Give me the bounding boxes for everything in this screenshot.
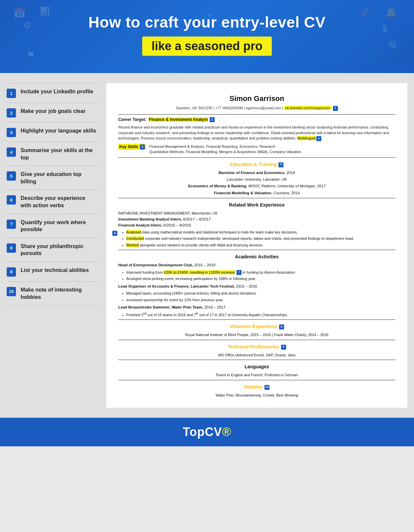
cv-divider-6 [118, 340, 395, 340]
cv-education-badge: 5 [278, 162, 283, 167]
tip-item-5: 5 Give your education top billing [7, 166, 100, 190]
deco-calendar-icon: 📅 [13, 7, 26, 18]
cv-academic-bullet-4: Increased sponsorship for event by 12% f… [126, 297, 395, 303]
cv-divider-8 [118, 380, 395, 380]
tip-item-9: 9 List your technical abilities [7, 262, 100, 282]
tip-number-7: 7 [7, 220, 16, 229]
tip-text-8: Share your philanthropic pursuits [21, 243, 96, 257]
cv-tech-badge: 9 [281, 345, 286, 350]
cv-highlight-funding: £20K to £240K, resulting in 1100% increa… [164, 270, 235, 274]
cv-work-role-2: Financial Analyst Intern, 6/2016 – 8/201… [118, 222, 395, 228]
cv-volunteer-title: Volunteer Experience 8 [118, 323, 395, 330]
cv-career-target-value: Finance & Investment Analyst [149, 117, 208, 122]
cv-key-skills-value: Financial Management & Analysis, Financi… [149, 144, 301, 155]
tip-number-2: 2 [7, 108, 16, 118]
cv-education-title: Education & Training 5 [118, 161, 395, 168]
deco-plus-icon: + [207, 10, 212, 21]
tip-text-3: Highlight your language skills [21, 127, 96, 134]
cv-academic-bullet-1: Improved funding from £20K to £240K, res… [126, 270, 395, 275]
tip-number-9: 9 [7, 267, 16, 277]
tip-number-6: 6 [7, 195, 16, 205]
cv-summary-text: Recent finance and economics graduate wi… [118, 125, 389, 140]
deco-rocket-icon: 🚀 [361, 7, 371, 16]
deco-chart-icon: 📊 [40, 7, 50, 16]
cv-divider-3 [118, 198, 395, 198]
cv-academic-entry-1-bullets: Improved funding from £20K to £240K, res… [126, 270, 395, 282]
cv-volunteer-badge: 8 [279, 324, 284, 329]
tip-item-6: 6 Describe your experience with action v… [7, 190, 100, 214]
cv-career-target-label: Career Target: [118, 117, 147, 122]
cv-edu-2: Lancaster University, Lancaster, UK [118, 177, 395, 182]
cv-contact: Swindon, UK SN11DR | +77 9566204288 | sg… [118, 105, 395, 111]
cv-key-skills-row: Key Skills 4 Financial Management & Anal… [118, 144, 395, 155]
cv-name: Simon Garrison [118, 93, 395, 104]
cv-funding-badge: 7 [237, 270, 242, 275]
cv-academic-entry-3-title: Lead Breaststroke Swimmer, Water Polo Te… [118, 305, 395, 310]
tip-text-9: List your technical abilities [21, 267, 89, 274]
footer: TopCV® [0, 418, 414, 446]
cv-tech-text: MS Office (Advanced Excel), SAP, Oracle,… [118, 352, 395, 358]
cv-multilingual: Multilingual [297, 136, 316, 140]
cv-linkedin-badge: 1 [333, 106, 338, 111]
cv-career-target-badge: 2 [210, 117, 215, 122]
tip-number-5: 5 [7, 171, 16, 181]
cv-divider-5 [118, 319, 395, 320]
deco-gear-icon: ⚙ [23, 20, 32, 31]
cv-academic-bullet-2: Arranged stock-picking event, increasing… [126, 276, 395, 282]
header: 📅 📊 ⚙ 👤 ⚑ 🔔 🚀 $ 🔍 👤 + How to craft your … [0, 0, 414, 73]
cv-academic-entry-2-title: Lead Organiser of Accounts & Finance, La… [118, 284, 395, 289]
cv-volunteer-text: Royal National Institute of Blind People… [118, 332, 395, 338]
cv-tech-title: Technical Proficiencies 9 [118, 343, 395, 350]
cv-academic-title: Academic Activities [118, 253, 395, 260]
tip-item-1: 1 Include your LinkedIn profile [7, 83, 100, 103]
cv-hobbies-text: Water Polo, Mountaineering, Cricket, Bee… [118, 393, 395, 398]
cv-linkedin: uk.linkedin.com/in/sgarrison [284, 106, 331, 110]
cv-key-skills-badge: 4 [140, 144, 145, 149]
cv-work-role-1: Investment Banking Analyst Intern, 6/201… [118, 217, 395, 222]
tip-number-1: 1 [7, 89, 16, 98]
cv-lang-title: Languages [118, 363, 395, 370]
cv-edu-4: Financial Modelling & Valuation, Courser… [118, 190, 395, 196]
cv-divider-7 [118, 360, 395, 360]
tip-item-3: 3 Highlight your language skills [7, 123, 100, 142]
cv-bullet-1: Analysed data using mathematical models … [126, 229, 395, 235]
cv-academic-entry-1-title: Head of Entrepreneur Development Club, 2… [118, 262, 395, 268]
tip-item-4: 4 Summarise your skills at the top [7, 142, 100, 166]
deco-bell-icon: 🔔 [385, 7, 397, 18]
tip-text-5: Give your education top billing [21, 171, 96, 185]
cv-edu-1: Bachelor of Finance and Economics, 2018 [118, 170, 395, 176]
cv-contact-text: Swindon, UK SN11DR | +77 9566204288 | sg… [176, 106, 284, 110]
cv-career-target-row: Career Target: Finance & Investment Anal… [118, 117, 395, 123]
cv-academic-entry-2-bullets: Managed taxes, accounting (2400+ journal… [126, 291, 395, 303]
footer-logo-mark: ® [222, 425, 231, 439]
tip-text-7: Quantify your work where possible [21, 219, 96, 233]
deco-magnifier-icon: 🔍 [387, 40, 401, 52]
cv-bullet-3-highlight: Worked [126, 243, 139, 247]
cv-bullet-2: Conducted corporate and industry researc… [126, 236, 395, 241]
tip-item-10: 10 Make note of interesting hobbies [7, 282, 100, 306]
cv-work-bullet-list: Analysed data using mathematical models … [126, 229, 395, 248]
cv-work-bullets-row: 6 Analysed data using mathematical model… [118, 229, 395, 248]
footer-logo: TopCV® [0, 425, 414, 439]
cv-work-company: RATHBONE INVESTMENT MANAGEMENT, Manchest… [118, 211, 395, 216]
tip-item-8: 8 Share your philanthropic pursuits [7, 238, 100, 262]
cv-bullet-2-highlight: Conducted [126, 236, 144, 240]
deco-person-icon: 👤 [10, 33, 23, 46]
cv-multilingual-badge: 3 [316, 136, 321, 141]
tip-number-4: 4 [7, 147, 16, 157]
cv-hobbies-badge: 10 [264, 385, 269, 390]
tip-item-7: 7 Quantify your work where possible [7, 214, 100, 238]
deco-flag-icon: ⚑ [27, 50, 35, 61]
tip-number-3: 3 [7, 128, 16, 137]
cv-divider-1 [118, 114, 395, 115]
cv-hobbies-title: Hobbies 10 [118, 384, 395, 391]
cv-divider-2 [118, 157, 395, 158]
cv-divider-4 [118, 250, 395, 250]
tip-number-8: 8 [7, 243, 16, 253]
cv-academic-entry-3-bullets: Finished 2nd out of 15 teams in 2016 and… [126, 311, 395, 317]
cv-edu-3: Economics of Money & Banking, MOOC Platf… [118, 183, 395, 189]
header-subtitle: like a seasoned pro [152, 39, 262, 53]
tip-text-2: Make your job goals clear [21, 108, 86, 115]
tip-text-4: Summarise your skills at the top [21, 147, 96, 161]
tip-text-6: Describe your experience with action ver… [21, 195, 96, 209]
